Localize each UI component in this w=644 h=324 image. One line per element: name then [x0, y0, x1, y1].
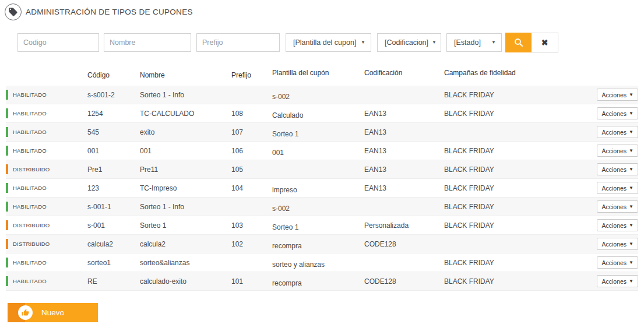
table-row: HABILITADO s-s001-2 Sorteo 1 - Info s-00… — [6, 86, 638, 104]
acciones-button[interactable]: Acciones ▼ — [597, 238, 638, 250]
actions-cell: Acciones ▼ — [594, 200, 638, 213]
cell-nombre: calcula2 — [140, 240, 231, 248]
cell-nombre: Pre11 — [140, 165, 231, 174]
nuevo-button-label: Nuevo — [41, 308, 64, 317]
status-bar — [6, 146, 8, 156]
cell-codificacion: EAN13 — [364, 184, 444, 192]
acciones-button[interactable]: Acciones ▼ — [597, 163, 638, 175]
actions-cell: Acciones ▼ — [594, 275, 638, 287]
clear-filters-button[interactable]: ✖ — [532, 33, 558, 52]
acciones-button-label: Acciones — [601, 278, 627, 285]
header-prefijo: Prefijo — [231, 71, 272, 79]
acciones-button[interactable]: Acciones ▼ — [597, 275, 638, 287]
acciones-button[interactable]: Acciones ▼ — [597, 107, 638, 119]
cell-codificacion: CODE128 — [364, 277, 444, 286]
status-cell: HABILITADO — [6, 104, 87, 122]
actions-cell: Acciones ▼ — [594, 89, 638, 101]
actions-cell: Acciones ▼ — [594, 107, 638, 119]
acciones-button-label: Acciones — [601, 259, 627, 266]
cell-nombre: Sorteo 1 - Info — [140, 91, 231, 99]
actions-cell: Acciones ▼ — [594, 182, 638, 194]
estado-select-value: [Estado] — [454, 38, 481, 47]
plantilla-select[interactable]: [Plantilla del cupon] ▼ — [286, 33, 371, 52]
cell-nombre: TC-Impreso — [140, 184, 231, 192]
chevron-down-icon: ▼ — [629, 167, 634, 172]
prefijo-filter-input[interactable] — [196, 33, 280, 52]
cell-prefijo: 103 — [231, 221, 272, 230]
codificacion-select[interactable]: [Codificacion] ▼ — [377, 33, 441, 52]
chevron-down-icon: ▼ — [629, 93, 634, 97]
acciones-button[interactable]: Acciones ▼ — [597, 126, 638, 138]
cell-campanas: BLACK FRIDAY — [444, 203, 594, 211]
header-campanas: Campañas de fidelidad — [444, 69, 594, 77]
nombre-filter-input[interactable] — [104, 33, 191, 52]
table-row: HABILITADO RE calculado-exito 101 recomp… — [6, 272, 638, 291]
search-button[interactable] — [505, 33, 532, 52]
cell-prefijo: 108 — [231, 110, 272, 118]
estado-select[interactable]: [Estado] ▼ — [446, 33, 502, 52]
cell-plantilla: sorteo y alianzas — [272, 260, 364, 269]
acciones-button[interactable]: Acciones ▼ — [597, 256, 638, 269]
cell-campanas: BLACK FRIDAY — [444, 110, 594, 118]
status-bar — [6, 202, 8, 212]
acciones-button[interactable]: Acciones ▼ — [597, 200, 638, 213]
acciones-button[interactable]: Acciones ▼ — [597, 182, 638, 194]
cell-prefijo: 102 — [231, 240, 272, 248]
cell-plantilla: Sorteo 1 — [272, 130, 364, 138]
status-badge: HABILITADO — [13, 91, 47, 98]
page-header: ADMINISTRACIÓN DE TIPOS DE CUPONES — [0, 0, 644, 21]
dropdown-caret-icon: ▼ — [432, 40, 437, 45]
table-header-row: Código Nombre Prefijo Plantilla del cupó… — [6, 65, 638, 86]
cell-codificacion: Personalizada — [364, 221, 444, 230]
cell-campanas: BLACK FRIDAY — [444, 184, 594, 192]
cell-prefijo: 101 — [231, 277, 272, 286]
cell-codificacion: EAN13 — [364, 165, 444, 174]
acciones-button[interactable]: Acciones ▼ — [597, 145, 638, 157]
actions-cell: Acciones ▼ — [594, 219, 638, 231]
chevron-down-icon: ▼ — [629, 111, 634, 116]
table-row: HABILITADO 1254 TC-CALCULADO 108 Calcula… — [6, 104, 638, 123]
search-icon — [513, 37, 524, 48]
coupon-types-table: Código Nombre Prefijo Plantilla del cupó… — [6, 65, 638, 291]
cell-codigo: Pre1 — [87, 165, 140, 174]
acciones-button-label: Acciones — [601, 185, 627, 192]
codigo-filter-input[interactable] — [17, 33, 99, 52]
status-cell: HABILITADO — [6, 142, 87, 160]
dropdown-caret-icon: ▼ — [361, 40, 365, 45]
table-row: HABILITADO 545 exito 107 Sorteo 1 EAN13 … — [6, 123, 638, 142]
cell-codigo: s-001 — [87, 221, 140, 230]
cell-nombre: TC-CALCULADO — [140, 110, 231, 118]
cell-nombre: exito — [140, 128, 231, 136]
filter-bar: [Plantilla del cupon] ▼ [Codificacion] ▼… — [17, 33, 644, 52]
acciones-button[interactable]: Acciones ▼ — [597, 219, 638, 231]
cell-codigo: s-s001-2 — [87, 91, 140, 99]
cell-codigo: 1254 — [87, 110, 140, 118]
cell-nombre: Sorteo 1 — [140, 221, 231, 230]
status-bar — [6, 276, 8, 286]
header-nombre: Nombre — [140, 71, 231, 79]
cell-campanas: BLACK FRIDAY — [444, 221, 594, 230]
acciones-button[interactable]: Acciones ▼ — [597, 89, 638, 101]
status-cell: HABILITADO — [6, 253, 87, 272]
cell-codigo: calcula2 — [87, 240, 140, 248]
nuevo-button[interactable]: Nuevo — [8, 303, 98, 322]
chevron-down-icon: ▼ — [629, 186, 634, 191]
cell-nombre: 001 — [140, 147, 231, 155]
table-row: DISTRIBUIDO calcula2 calcula2 102 recomp… — [6, 235, 638, 253]
acciones-button-label: Acciones — [601, 203, 627, 210]
thumbs-up-icon — [18, 305, 33, 320]
page-title: ADMINISTRACIÓN DE TIPOS DE CUPONES — [26, 8, 193, 16]
actions-cell: Acciones ▼ — [594, 145, 638, 157]
table-body: HABILITADO s-s001-2 Sorteo 1 - Info s-00… — [6, 86, 638, 291]
cell-codificacion: EAN13 — [364, 128, 444, 136]
acciones-button-label: Acciones — [601, 222, 627, 229]
status-badge: HABILITADO — [13, 259, 47, 266]
status-badge: DISTRIBUIDO — [13, 222, 50, 228]
status-bar — [6, 258, 8, 267]
table-row: HABILITADO s-001-1 Sorteo 1 - Info s-002… — [6, 198, 638, 216]
cell-plantilla: recompra — [272, 279, 364, 287]
status-badge: HABILITADO — [13, 185, 47, 191]
cell-codigo: sorteo1 — [87, 259, 140, 267]
table-row: HABILITADO 123 TC-Impreso 104 impreso EA… — [6, 179, 638, 198]
cell-codificacion: EAN13 — [364, 110, 444, 118]
